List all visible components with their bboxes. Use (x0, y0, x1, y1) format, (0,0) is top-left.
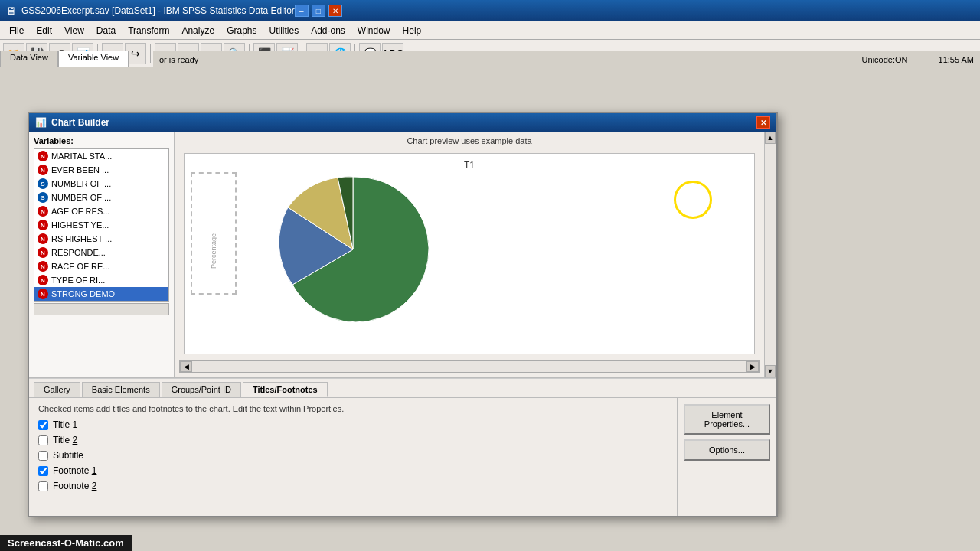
menu-item-transform[interactable]: Transform (122, 24, 175, 37)
toolbar-separator (150, 44, 151, 63)
view-tab-bar: Data View Variable View (0, 51, 129, 67)
checkbox-item-subtitle: Subtitle (38, 450, 668, 461)
preview-hint: Chart preview uses example data (179, 136, 760, 145)
variable-name: RESPONDE... (51, 248, 106, 257)
window-title: GSS2006Excerpt.sav [DataSet1] - IBM SPSS… (21, 5, 295, 16)
maximize-button[interactable]: □ (312, 5, 325, 17)
checkboxes-list: Title 1Title 2SubtitleFootnote 1Footnote… (38, 419, 668, 491)
checkbox-item-footnote1: Footnote 1 (38, 465, 668, 476)
variable-type-icon: S (38, 178, 48, 189)
variables-list[interactable]: NMARITAL STA...NEVER BEEN ...SNUMBER OF … (34, 148, 169, 302)
checkbox-label-title1[interactable]: Title 1 (53, 419, 77, 430)
checkbox-item-footnote2: Footnote 2 (38, 481, 668, 491)
tab-basic-elements[interactable]: Basic Elements (82, 382, 160, 397)
checkbox-title1[interactable] (38, 420, 48, 430)
variable-type-icon: N (38, 206, 48, 217)
menu-bar: FileEditViewDataTransformAnalyzeGraphsUt… (0, 21, 980, 40)
variable-type-icon: N (38, 220, 48, 230)
variable-list-item[interactable]: NRS HIGHEST ... (34, 232, 168, 246)
status-text: or is ready (159, 55, 198, 64)
variable-name: HIGHEST YE... (51, 220, 109, 230)
checkbox-label-footnote1[interactable]: Footnote 1 (53, 465, 96, 476)
variable-list-item[interactable]: NHIGHEST YE... (34, 218, 168, 232)
variable-name: TYPE OF RI... (51, 276, 105, 285)
scroll-up-btn[interactable]: ▲ (765, 132, 776, 144)
watermark: Screencast-O-Matic.com (0, 535, 132, 551)
unicode-status: Unicode:ON (862, 55, 908, 64)
checkbox-title2[interactable] (38, 435, 48, 445)
preview-hscroll[interactable]: ◀ ▶ (179, 360, 760, 373)
chart-canvas: T1 Percentage (184, 153, 755, 354)
checkbox-item-title1: Title 1 (38, 419, 668, 430)
variable-list-item[interactable]: SNUMBER OF ... (34, 177, 168, 191)
menu-item-add-ons[interactable]: Add-ons (305, 24, 351, 37)
titles-hint: Checked items add titles and footnotes t… (38, 404, 668, 413)
variable-list-item[interactable]: NRESPONDE... (34, 246, 168, 259)
status-bar: or is ready Unicode:ON 11:55 AM (153, 51, 980, 67)
tab-gallery[interactable]: Gallery (34, 382, 80, 397)
variable-type-icon: N (38, 233, 48, 244)
variable-name: NUMBER OF ... (51, 179, 111, 188)
menu-item-help[interactable]: Help (397, 24, 428, 37)
variable-list-item[interactable]: NTYPE OF RI... (34, 273, 168, 287)
variables-label: Variables: (34, 136, 169, 145)
app-icon: 🖥 (6, 5, 17, 17)
preview-vscroll: ▲ ▼ (764, 132, 776, 377)
dialog-title-text: Chart Builder (51, 117, 109, 128)
menu-item-edit[interactable]: Edit (30, 24, 58, 37)
menu-item-data[interactable]: Data (90, 24, 122, 37)
menu-item-graphs[interactable]: Graphs (220, 24, 263, 37)
minimize-button[interactable]: – (295, 5, 309, 17)
menu-item-file[interactable]: File (3, 24, 30, 37)
dialog-side-buttons: Element Properties...Options... (677, 398, 776, 516)
variable-view-tab[interactable]: Variable View (58, 51, 129, 67)
tab-titles-footnotes[interactable]: Titles/Footnotes (243, 382, 328, 397)
window-controls: – □ ✕ (295, 5, 342, 17)
checkbox-subtitle[interactable] (38, 451, 48, 461)
variable-list-item[interactable]: SNUMBER OF ... (34, 191, 168, 204)
chart-builder-dialog: 📊 Chart Builder ✕ Variables: NMARITAL ST… (28, 112, 778, 517)
checkbox-item-title2: Title 2 (38, 435, 668, 445)
tabs-main-area: Checked items add titles and footnotes t… (29, 398, 677, 516)
close-button[interactable]: ✕ (328, 5, 342, 17)
variable-name: AGE OF RES... (51, 207, 109, 216)
variable-list-item[interactable]: NMARITAL STA... (34, 149, 168, 163)
checkbox-label-title2[interactable]: Title 2 (53, 435, 77, 445)
scroll-down-btn[interactable]: ▼ (765, 365, 776, 377)
var-list-hscroll[interactable] (34, 303, 169, 315)
dialog-tabs-panel: Gallery Basic Elements Groups/Point ID T… (29, 378, 776, 516)
variable-list-item[interactable]: NRACE OF RE... (34, 259, 168, 273)
variable-type-icon: N (38, 261, 48, 272)
variable-type-icon: S (38, 192, 48, 203)
menu-item-window[interactable]: Window (351, 24, 397, 37)
menu-item-view[interactable]: View (58, 24, 90, 37)
variable-name: MARITAL STA... (51, 152, 112, 161)
dialog-body: Variables: NMARITAL STA...NEVER BEEN ...… (29, 132, 776, 378)
variable-list-item[interactable]: NEVER BEEN ... (34, 163, 168, 177)
dialog-title-icon: 📊 (35, 117, 47, 128)
variable-type-icon: N (38, 275, 48, 285)
dialog-btn-options[interactable]: Options... (684, 439, 770, 461)
menu-item-utilities[interactable]: Utilities (263, 24, 305, 37)
variable-name: RACE OF RE... (51, 262, 109, 271)
checkbox-footnote2[interactable] (38, 481, 48, 491)
dialog-title-bar: 📊 Chart Builder ✕ (29, 113, 776, 132)
checkbox-label-subtitle[interactable]: Subtitle (53, 450, 83, 461)
variable-type-icon: N (38, 247, 48, 258)
variable-list-item[interactable]: NSTRONG DEMO (34, 287, 168, 301)
data-view-tab[interactable]: Data View (0, 51, 58, 67)
time-display: 11:55 AM (939, 55, 974, 64)
checkbox-label-footnote2[interactable]: Footnote 2 (53, 481, 96, 491)
checkbox-footnote1[interactable] (38, 466, 48, 476)
tab-groups-point-id[interactable]: Groups/Point ID (162, 382, 241, 397)
menu-item-analyze[interactable]: Analyze (175, 24, 220, 37)
variable-list-item[interactable]: NAGE OF RES... (34, 204, 168, 218)
vscroll-track (765, 144, 776, 365)
variable-name: STRONG DEMO (51, 289, 115, 298)
dialog-close-button[interactable]: ✕ (756, 116, 770, 129)
dialog-btn-element-properties[interactable]: Element Properties... (684, 404, 770, 435)
scroll-right-btn[interactable]: ▶ (746, 361, 759, 372)
y-axis-drop-zone: Percentage (191, 172, 237, 295)
var-list-scrollbar (34, 303, 169, 315)
scroll-left-btn[interactable]: ◀ (180, 361, 192, 372)
